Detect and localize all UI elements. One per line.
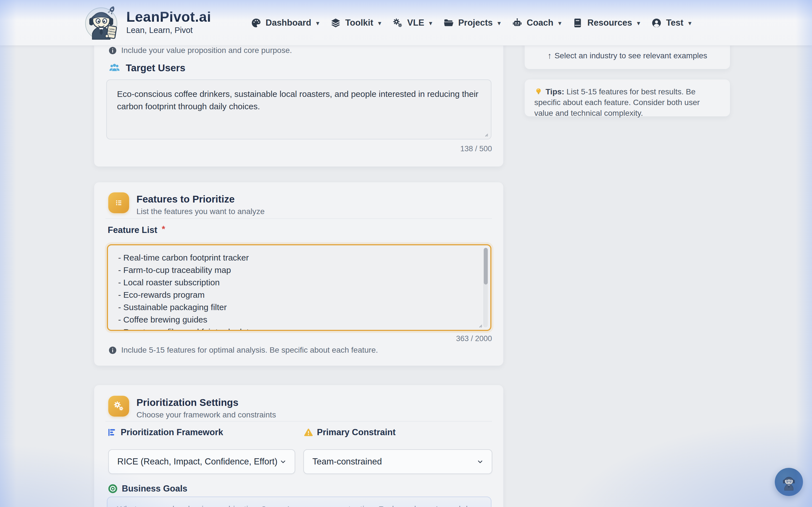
goals-placeholder: What are your key business objectives? e… [117,504,481,507]
nav-item-dashboard[interactable]: Dashboard ▾ [250,15,320,31]
prioritization-settings-card: Prioritization Settings Choose your fram… [94,385,504,507]
label-text: Business Goals [122,484,188,494]
chevron-down-icon: ▾ [429,19,433,27]
resize-handle[interactable] [477,323,483,328]
label-text: Primary Constraint [317,427,396,438]
nav-item-vle[interactable]: VLE ▾ [392,15,433,31]
nav-label: Projects [458,18,493,28]
section-title: Prioritization Settings [137,397,239,408]
industry-hint: ↑ Select an industry to see relevant exa… [548,51,707,61]
framework-select[interactable]: RICE (Reach, Impact, Confidence, Effort) [108,449,295,474]
nav-item-resources[interactable]: Resources ▾ [572,15,641,31]
section-title: Target Users [126,62,185,73]
char-counter: 138 / 500 [460,145,492,153]
palette-icon [251,18,261,28]
constraint-label: Primary Constraint [303,427,396,438]
nav-item-projects[interactable]: Projects ▾ [443,15,501,31]
info-icon [108,46,117,55]
nav-label: Toolkit [345,18,373,28]
coach-chat-button[interactable] [775,468,803,496]
feature-line: - Real-time carbon footprint tracker [118,251,473,264]
framework-label: Prioritization Framework [107,427,223,438]
features-iconbox [108,192,129,213]
tips-card: Tips: List 5-15 features for best result… [524,79,730,117]
app-tagline: Lean, Learn, Pivot [126,25,211,35]
feature-list-label: Feature List * [108,225,165,235]
target-users-card: Include your value proposition and core … [94,33,504,167]
divider [105,421,492,421]
chevron-down-icon: ▾ [688,19,692,27]
lightbulb-icon [534,87,543,96]
nav-label: Dashboard [266,18,311,28]
nav-item-coach[interactable]: Coach ▾ [511,15,562,31]
arrow-up-icon: ↑ [548,51,552,61]
nav-item-user-test[interactable]: Test ▾ [651,15,692,31]
list-icon [113,198,124,208]
char-counter: 363 / 2000 [456,334,492,343]
chevron-down-icon [476,457,485,466]
chevron-down-icon: ▾ [558,19,562,27]
logo[interactable]: LEAN STARTUP CANVAS LeanPivot.ai Lean, L… [82,3,211,41]
tips-label: Tips: [546,87,564,96]
hint-text: Include 5-15 features for optimal analys… [121,346,378,355]
warning-icon [303,427,313,438]
hint-text: Include your value proposition and core … [121,46,292,55]
feature-line: - Roaster profiles and fair trade data [118,326,473,331]
layers-icon [331,18,341,28]
folder-open-icon [444,18,454,28]
gears-icon [113,400,124,412]
nav-item-toolkit[interactable]: Toolkit ▾ [330,15,382,31]
constraint-select[interactable]: Team-constrained [303,449,492,474]
nav-label: Resources [587,18,632,28]
gears-icon [393,18,403,28]
feature-count-hint: Include 5-15 features for optimal analys… [108,346,378,355]
nav-label: VLE [407,18,424,28]
info-icon [108,346,117,355]
chevron-down-icon [279,457,287,466]
feature-line: - Eco-rewards program [118,289,473,301]
section-subtitle: List the features you want to analyze [137,207,265,216]
feature-list-textarea[interactable]: - Real-time carbon footprint tracker - F… [107,244,492,331]
chevron-down-icon: ▾ [637,19,640,27]
robot-icon [512,18,522,28]
nav-label: Test [666,18,683,28]
feature-line: - Local roaster subscription [118,276,473,289]
industry-hint-text: Select an industry to see relevant examp… [555,51,707,60]
feature-line: - Farm-to-cup traceability map [118,264,473,276]
divider [105,218,492,219]
feature-line: - Coffee brewing guides [118,314,473,326]
select-value: Team-constrained [312,457,382,467]
business-goals-label: Business Goals [107,483,188,494]
resize-handle[interactable] [483,132,489,137]
required-asterisk: * [162,224,165,234]
book-icon [573,18,583,28]
target-users-value: Eco-conscious coffee drinkers, sustainab… [117,89,478,111]
top-navigation: LEAN STARTUP CANVAS LeanPivot.ai Lean, L… [0,0,812,46]
section-title: Features to Prioritize [137,193,235,205]
logo-mascot: LEAN STARTUP CANVAS [82,3,120,41]
business-goals-textarea[interactable]: What are your key business objectives? e… [107,497,492,507]
feature-line: - Sustainable packaging filter [118,301,473,314]
bar-chart-icon [107,427,117,438]
chevron-down-icon: ▾ [378,19,382,27]
select-value: RICE (Reach, Impact, Confidence, Effort) [117,457,277,467]
label-text: Prioritization Framework [121,427,223,438]
features-card: Features to Prioritize List the features… [94,182,504,366]
label-text: Feature List [108,225,157,235]
settings-iconbox [108,396,129,416]
target-icon [107,483,118,494]
chevron-down-icon: ▾ [316,19,319,27]
user-circle-icon [651,18,662,28]
mascot-avatar [779,473,798,491]
nav-label: Coach [527,18,553,28]
chevron-down-icon: ▾ [498,19,501,27]
main-menu: Dashboard ▾ Toolkit ▾ [250,0,692,46]
scrollbar-thumb[interactable] [484,248,488,284]
target-users-textarea[interactable]: Eco-conscious coffee drinkers, sustainab… [106,79,492,139]
section-subtitle: Choose your framework and constraints [137,410,276,419]
textarea-scrollbar[interactable] [484,248,488,327]
value-proposition-hint: Include your value proposition and core … [108,46,292,55]
users-icon [108,62,121,74]
app-title: LeanPivot.ai [126,10,211,24]
